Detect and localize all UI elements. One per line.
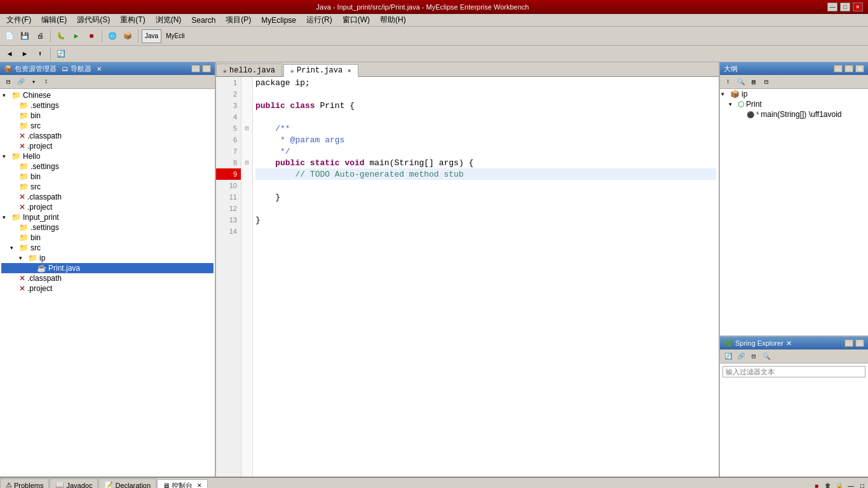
spring-refresh[interactable]: 🔄	[722, 351, 734, 362]
filter-btn[interactable]: 🔍	[735, 76, 747, 88]
forward-button[interactable]: ▶	[18, 47, 32, 61]
menu-run[interactable]: 运行(R)	[302, 13, 336, 27]
tree-project-1[interactable]: ✕ .project	[1, 141, 214, 151]
back-button[interactable]: ◀	[3, 47, 17, 61]
close-outline[interactable]: ✕	[855, 65, 864, 72]
java-perspective[interactable]: Java	[142, 29, 161, 43]
save-button[interactable]: 💾	[18, 29, 32, 43]
refresh-button[interactable]: 🔄	[54, 47, 68, 61]
spring-filter[interactable]: 🔍	[761, 351, 772, 362]
menu-help[interactable]: 帮助(H)	[376, 13, 410, 27]
outline-print[interactable]: ▾ ⬡ Print	[720, 99, 868, 109]
spring-collapse[interactable]: ⊟	[748, 351, 759, 362]
tree-chinese[interactable]: ▾ 📁 Chinese	[1, 90, 214, 100]
menu-refactor[interactable]: 重构(T)	[116, 13, 149, 27]
minimize-bottom[interactable]: —	[845, 480, 857, 488]
close-console-icon[interactable]: ✕	[197, 482, 202, 488]
tree-label: .project	[27, 203, 52, 212]
maximize-button[interactable]: □	[840, 3, 850, 11]
collapse-5[interactable]: ⊟	[241, 123, 252, 134]
close-spring-icon[interactable]: ✕	[786, 339, 792, 348]
tree-hello[interactable]: ▾ 📁 Hello	[1, 151, 214, 161]
tree-label: bin	[31, 111, 41, 120]
maximize-outline[interactable]: □	[844, 65, 853, 72]
menu-edit[interactable]: 编辑(E)	[37, 13, 71, 27]
minimize-spring[interactable]: —	[844, 339, 853, 347]
menu-file[interactable]: 文件(F)	[3, 13, 35, 27]
spring-link[interactable]: 🔗	[735, 351, 747, 362]
deploy-btn[interactable]: 📦	[121, 29, 135, 43]
menu-search[interactable]: Search	[187, 15, 219, 26]
tree-printjava[interactable]: ☕ Print.java	[1, 263, 214, 273]
menu-project[interactable]: 项目(P)	[222, 13, 255, 27]
tree-src-2[interactable]: 📁 src	[1, 182, 214, 192]
tree-classpath-1[interactable]: ✕ .classpath	[1, 131, 214, 141]
collapse-all[interactable]: ⊟	[3, 76, 14, 88]
hide-fields[interactable]: ▤	[748, 76, 759, 88]
outline-tree[interactable]: ▾ 📦 ip ▾ ⬡ Print ⚫ ˢ main(String[]) \uff…	[720, 89, 868, 336]
tab-declaration[interactable]: 📝 Declaration	[98, 478, 156, 488]
close-tab-icon[interactable]: ✕	[348, 67, 351, 74]
minimize-left[interactable]: —	[191, 65, 200, 72]
spring-filter-input[interactable]	[722, 366, 865, 377]
scroll-lock[interactable]: 🔒	[834, 480, 845, 488]
clear-console[interactable]: 🗑	[822, 480, 834, 488]
sort-btn[interactable]: ↕	[722, 76, 734, 88]
tree-classpath-3[interactable]: ✕ .classpath	[1, 273, 214, 283]
tree-project-2[interactable]: ✕ .project	[1, 202, 214, 212]
tree-settings-1[interactable]: 📁 .settings	[1, 100, 214, 111]
collapse-8[interactable]: ⊟	[241, 157, 252, 168]
menu-myeclipse[interactable]: MyEclipse	[257, 15, 300, 26]
tree-project-3[interactable]: ✕ .project	[1, 283, 214, 294]
stop-button[interactable]: ■	[85, 29, 98, 43]
maximize-spring[interactable]: □	[855, 339, 864, 347]
up-button[interactable]: ⬆	[33, 47, 47, 61]
run-button[interactable]: ▶	[69, 29, 83, 43]
navigator-tab[interactable]: 🗂 导航器	[62, 64, 92, 74]
package-tree[interactable]: ▾ 📁 Chinese 📁 .settings 📁 bin 📁 src	[0, 89, 215, 477]
close-left-icon[interactable]: ✕	[97, 65, 102, 72]
maximize-bottom[interactable]: □	[857, 480, 868, 488]
tree-src-3[interactable]: ▾ 📁 src	[1, 243, 214, 253]
minimize-button[interactable]: —	[827, 3, 837, 11]
spring-filter-area	[720, 363, 868, 477]
tab-javadoc[interactable]: 📖 Javadoc	[50, 478, 98, 488]
minimize-outline[interactable]: —	[834, 65, 843, 72]
tree-classpath-2[interactable]: ✕ .classpath	[1, 192, 214, 202]
tree-ip[interactable]: ▾ 📁 ip	[1, 253, 214, 263]
tree-src-1[interactable]: 📁 src	[1, 121, 214, 131]
menu-window[interactable]: 窗口(W)	[339, 13, 374, 27]
collapse-outline[interactable]: ⊟	[761, 76, 772, 88]
tree-bin-3[interactable]: 📁 bin	[1, 233, 214, 243]
tab-problems[interactable]: ⚠ Problems	[0, 478, 49, 488]
code-content[interactable]: package ip; public class Print { /** * @…	[253, 77, 719, 477]
debug-button[interactable]: 🐛	[54, 29, 68, 43]
tab-print[interactable]: ☕ Print.java ✕	[283, 64, 358, 77]
print-button[interactable]: 🖨	[33, 29, 47, 43]
tree-input-print[interactable]: ▾ 📁 Input_print	[1, 212, 214, 222]
new-button[interactable]: 📄	[3, 29, 17, 43]
outline-main[interactable]: ⚫ ˢ main(String[]) \uff1avoid	[720, 109, 868, 119]
package-explorer-tab[interactable]: 📦 包资源管理器	[4, 64, 57, 74]
menu-source[interactable]: 源代码(S)	[73, 13, 114, 27]
tab-hello[interactable]: ☕ hello.java	[216, 64, 282, 76]
stop-console[interactable]: ■	[811, 480, 822, 488]
menu-navigate[interactable]: 浏览(N)	[152, 13, 186, 27]
outline-ip[interactable]: ▾ 📦 ip	[720, 89, 868, 99]
myeclipse-btn[interactable]: 🌐	[105, 29, 119, 43]
link-with-editor[interactable]: 🔗	[15, 76, 27, 88]
view-menu[interactable]: ▾	[28, 76, 39, 88]
myeclipse-perspective[interactable]: MyEcli	[163, 29, 187, 43]
code-editor[interactable]: 1 2 3 4 5 6 7 8 9 10 11 12 13 14	[216, 77, 719, 477]
tree-bin-1[interactable]: 📁 bin	[1, 111, 214, 121]
close-button[interactable]: ✕	[853, 3, 863, 11]
tree-settings-3[interactable]: 📁 .settings	[1, 222, 214, 233]
title-text: Java - Input_print/src/ip/Print.java - M…	[18, 3, 827, 11]
sync-btn[interactable]: ↕	[41, 76, 52, 88]
tree-bin-2[interactable]: 📁 bin	[1, 172, 214, 182]
maximize-left[interactable]: □	[202, 65, 211, 72]
tree-settings-2[interactable]: 📁 .settings	[1, 161, 214, 172]
toolbar-2: ◀ ▶ ⬆ 🔄	[0, 46, 868, 62]
tab-console[interactable]: 🖥 控制台 ✕	[157, 479, 208, 488]
ln-4: 4	[216, 111, 241, 123]
